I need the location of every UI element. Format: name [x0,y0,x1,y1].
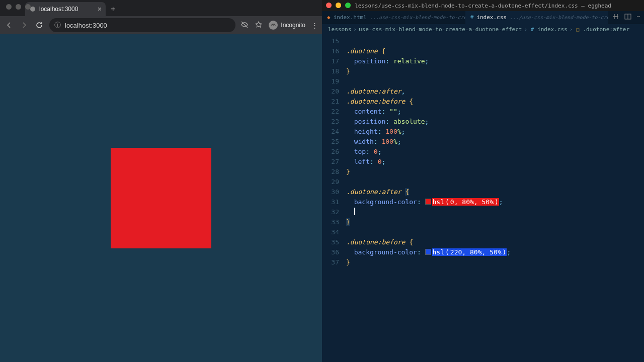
editor-titlebar: lessons/use-css-mix-blend-mode-to-create… [322,0,644,11]
address-bar[interactable]: ⓘ localhost:3000 [49,18,235,32]
duotone-square [111,148,211,248]
chevron-right-icon: › [524,26,528,33]
incognito-label: Incognito [281,22,305,29]
forward-button[interactable] [19,20,29,30]
editor-tab-html[interactable]: ◆ index.html ...use-css-mix-blend-mode-t… [322,11,465,24]
editor-window: lessons/use-css-mix-blend-mode-to-create… [322,0,644,362]
breadcrumb-part[interactable]: use-css-mix-blend-mode-to-create-a-duoto… [359,26,522,33]
url-text: localhost:3000 [65,22,107,29]
code-editor[interactable]: 1516171819202122232425262728293031323334… [322,34,644,362]
minimize-icon[interactable] [336,3,341,8]
editor-tab-actions: ⋯ [608,13,644,22]
editor-tabstrip: ◆ index.html ...use-css-mix-blend-mode-t… [322,11,644,24]
chevron-right-icon: › [353,26,357,33]
incognito-badge: Incognito [269,21,305,30]
maximize-icon[interactable] [25,4,31,10]
tab-path: .../use-css-mix-blend-mode-to-create-a-d… [510,15,608,20]
maximize-icon[interactable] [345,3,351,8]
css-file-icon: # [470,14,474,21]
breadcrumb-part[interactable]: lessons [328,26,351,33]
breadcrumb-part[interactable]: .duotone:after [583,26,629,33]
browser-tab[interactable]: localhost:3000 × [25,2,106,16]
browser-traffic-lights[interactable] [6,4,31,10]
line-gutter: 1516171819202122232425262728293031323334… [322,36,346,362]
reload-button[interactable] [34,20,44,30]
breadcrumb[interactable]: lessons › use-css-mix-blend-mode-to-crea… [322,24,644,34]
editor-traffic-lights[interactable] [326,3,351,8]
toolbar-right: Incognito ⋮ [240,21,318,30]
compare-changes-icon[interactable] [612,13,619,22]
eye-off-icon[interactable] [240,21,249,30]
page-content [0,34,322,362]
breadcrumb-part[interactable]: index.css [537,26,568,33]
browser-tabstrip: localhost:3000 × + [0,0,322,16]
browser-window: localhost:3000 × + ⓘ localhost:3000 [0,0,322,362]
close-icon[interactable] [326,3,332,8]
css-file-icon: # [529,26,535,32]
close-icon[interactable] [6,4,12,10]
tab-path: ...use-css-mix-blend-mode-to-create-a-du… [370,15,465,20]
back-button[interactable] [4,20,14,30]
split-editor-icon[interactable] [624,13,631,22]
editor-tab-css[interactable]: # index.css .../use-css-mix-blend-mode-t… [465,11,609,24]
tab-title: localhost:3000 [39,6,78,13]
code-content[interactable]: .duotone { position: relative;}.duotone:… [346,36,644,362]
svg-point-0 [30,7,35,12]
tab-filename: index.html [334,14,367,21]
tab-filename: index.css [476,14,507,21]
chevron-right-icon: › [570,26,573,33]
html-file-icon: ◆ [327,14,331,21]
symbol-icon: ⬚ [575,26,581,32]
minimize-icon[interactable] [16,4,21,10]
incognito-icon [269,21,278,30]
menu-icon[interactable]: ⋮ [311,22,318,29]
bookmark-star-icon[interactable] [255,21,263,30]
window-title: lessons/use-css-mix-blend-mode-to-create… [355,3,611,9]
new-tab-button[interactable]: + [111,2,115,16]
browser-toolbar: ⓘ localhost:3000 Incognito ⋮ [0,16,322,34]
site-info-icon[interactable]: ⓘ [54,21,61,30]
more-actions-icon[interactable]: ⋯ [636,13,640,22]
tab-close-button[interactable]: × [98,5,102,13]
